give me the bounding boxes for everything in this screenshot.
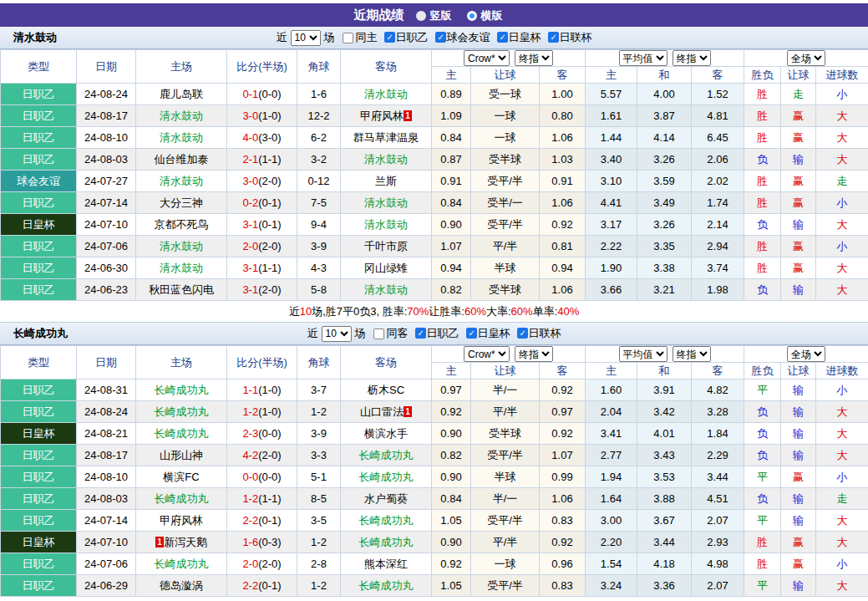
scope-select[interactable]: 全场 [787, 346, 825, 362]
away-team-cell[interactable]: 千叶市原 [341, 236, 432, 257]
league-type-badge[interactable]: 日职乙 [1, 401, 77, 423]
radio-horizontal[interactable]: 横版 [464, 8, 515, 23]
league-type-badge[interactable]: 日皇杯 [1, 423, 77, 445]
away-team-cell[interactable]: 冈山绿雉 [341, 257, 432, 279]
bookmaker-select[interactable]: Crow* [464, 50, 510, 66]
home-team-cell[interactable]: 长崎成功丸 [136, 401, 227, 423]
away-team-cell[interactable]: 清水鼓动 [341, 192, 432, 214]
result-winloss: 负 [744, 488, 781, 510]
home-team-cell[interactable]: 大分三神 [136, 192, 227, 214]
odds-stage-select[interactable]: 终指 [515, 346, 553, 362]
away-team-cell[interactable]: 水户蜀葵 [341, 488, 432, 510]
radio-vertical[interactable]: 竖版 [404, 8, 464, 23]
home-team-cell[interactable]: 山形山神 [136, 445, 227, 466]
home-team-cell[interactable]: 德岛漩涡 [136, 575, 227, 597]
home-team-cell[interactable]: 长崎成功丸 [136, 488, 227, 510]
home-team-cell[interactable]: 长崎成功丸 [136, 423, 227, 445]
checkbox-checked-icon[interactable] [497, 32, 508, 43]
away-team-cell[interactable]: 长崎成功丸 [341, 532, 432, 553]
checkbox-checked-icon[interactable] [517, 328, 528, 339]
avg-draw-odds: 3.21 [637, 279, 692, 301]
league-type-badge[interactable]: 日职乙 [1, 105, 77, 127]
home-team-cell[interactable]: 甲府风林 [136, 510, 227, 532]
away-team-cell[interactable]: 长崎成功丸 [341, 445, 432, 466]
away-team-cell[interactable]: 群马草津温泉 [341, 127, 432, 149]
away-team-cell[interactable]: 横滨水手 [341, 423, 432, 445]
league-type-badge[interactable]: 日职乙 [1, 192, 77, 214]
avg-select[interactable]: 平均值 [619, 50, 667, 66]
away-team-cell[interactable]: 清水鼓动 [341, 214, 432, 236]
away-team-cell[interactable]: 长崎成功丸 [341, 510, 432, 532]
away-team-name: 冈山绿雉 [364, 262, 408, 274]
odds-stage-select[interactable]: 终指 [515, 50, 553, 66]
home-team-cell[interactable]: 清水鼓动 [136, 171, 227, 192]
avg-stage-select[interactable]: 终指 [673, 346, 711, 362]
away-team-cell[interactable]: 熊本深红 [341, 553, 432, 575]
home-team-cell[interactable]: 清水鼓动 [136, 127, 227, 149]
league-type-badge[interactable]: 日职乙 [1, 488, 77, 510]
checkbox-checked-icon[interactable] [384, 32, 395, 43]
away-team-cell[interactable]: 兰斯 [341, 171, 432, 192]
away-team-cell[interactable]: 清水鼓动 [341, 149, 432, 171]
league-type-badge[interactable]: 日职乙 [1, 553, 77, 575]
home-team-cell[interactable]: 京都不死鸟 [136, 214, 227, 236]
checkbox-checked-icon[interactable] [435, 32, 446, 43]
away-team-cell[interactable]: 长崎成功丸 [341, 575, 432, 597]
league-type-badge[interactable]: 日皇杯 [1, 214, 77, 236]
col-header-away: 客场 [341, 346, 432, 379]
checkbox-checked-icon[interactable] [466, 328, 477, 339]
league-type-badge[interactable]: 日职乙 [1, 575, 77, 597]
league-type-badge[interactable]: 球会友谊 [1, 171, 77, 192]
odds-home: 1.07 [432, 236, 471, 257]
avg-select[interactable]: 平均值 [619, 346, 667, 362]
home-team-cell[interactable]: 鹿儿岛联 [136, 84, 227, 105]
away-team-cell[interactable]: 枥木SC [341, 379, 432, 401]
league-filter-label: 日联杯 [560, 31, 592, 43]
odds-handicap: 平/半 [471, 236, 540, 257]
league-type-badge[interactable]: 日职乙 [1, 466, 77, 488]
home-team-cell[interactable]: 1新泻天鹅 [136, 532, 227, 553]
col-header-date: 日期 [77, 346, 136, 379]
away-team-cell[interactable]: 山口雷法1 [341, 401, 432, 423]
home-team-cell[interactable]: 清水鼓动 [136, 236, 227, 257]
league-type-badge[interactable]: 日职乙 [1, 236, 77, 257]
league-type-badge[interactable]: 日职乙 [1, 84, 77, 105]
away-team-cell[interactable]: 清水鼓动 [341, 279, 432, 301]
score-cell: 1-1(1-0) [227, 379, 297, 401]
home-team-cell[interactable]: 横滨FC [136, 466, 227, 488]
odds-home: 0.92 [432, 401, 471, 423]
home-team-cell[interactable]: 仙台维加泰 [136, 149, 227, 171]
league-type-badge[interactable]: 日职乙 [1, 445, 77, 466]
avg-stage-select[interactable]: 终指 [673, 50, 711, 66]
same-venue-checkbox-unchecked[interactable] [343, 33, 353, 43]
bookmaker-select[interactable]: Crow* [464, 346, 510, 362]
league-type-badge[interactable]: 日职乙 [1, 257, 77, 279]
result-handicap: 输 [781, 149, 816, 171]
away-team-cell[interactable]: 甲府风林1 [341, 105, 432, 127]
match-count-select[interactable]: 10 [291, 30, 321, 46]
checkbox-checked-icon[interactable] [548, 32, 559, 43]
away-team-cell[interactable]: 长崎成功丸 [341, 466, 432, 488]
league-type-badge[interactable]: 日皇杯 [1, 532, 77, 553]
result-handicap: 输 [781, 445, 816, 466]
league-type-badge[interactable]: 日职乙 [1, 510, 77, 532]
league-type-badge[interactable]: 日职乙 [1, 279, 77, 301]
league-type-badge[interactable]: 日职乙 [1, 149, 77, 171]
col-sub-odds-home: 主 [432, 363, 471, 379]
radio-vertical-icon[interactable] [416, 11, 426, 21]
col-sub-handicap-result: 让球 [781, 67, 816, 84]
match-count-select[interactable]: 10 [322, 326, 352, 342]
radio-horizontal-icon[interactable] [467, 11, 477, 21]
same-venue-checkbox-unchecked[interactable] [373, 329, 384, 339]
checkbox-checked-icon[interactable] [415, 328, 426, 339]
away-team-cell[interactable]: 清水鼓动 [341, 84, 432, 105]
home-team-cell[interactable]: 清水鼓动 [136, 105, 227, 127]
home-team-cell[interactable]: 清水鼓动 [136, 257, 227, 279]
home-team-cell[interactable]: 长崎成功丸 [136, 379, 227, 401]
scope-select[interactable]: 全场 [787, 50, 825, 66]
league-type-badge[interactable]: 日职乙 [1, 379, 77, 401]
score-cell: 2-2(0-1) [227, 575, 297, 597]
home-team-cell[interactable]: 秋田蓝色闪电 [136, 279, 227, 301]
league-type-badge[interactable]: 日职乙 [1, 127, 77, 149]
home-team-cell[interactable]: 长崎成功丸 [136, 553, 227, 575]
